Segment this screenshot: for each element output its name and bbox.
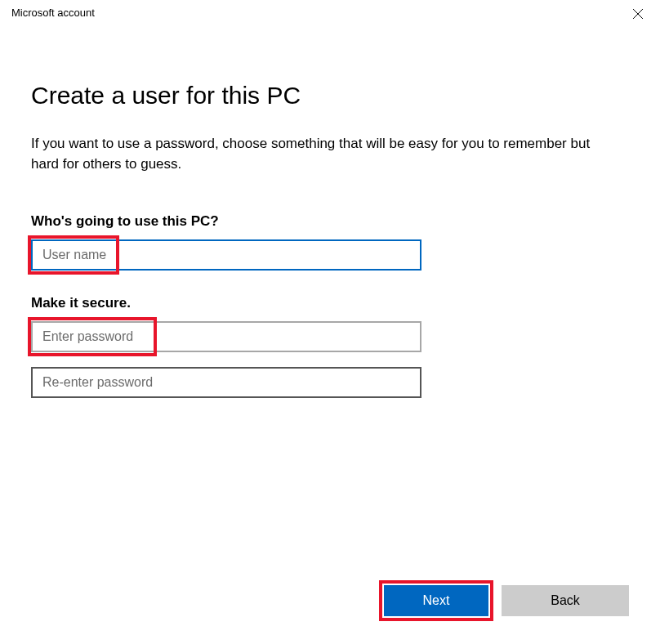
content-area: Create a user for this PC If you want to… [0, 25, 660, 398]
next-button-wrap: Next [384, 585, 488, 616]
repassword-input[interactable] [31, 367, 421, 398]
page-description: If you want to use a password, choose so… [31, 134, 619, 174]
username-field-wrap [31, 239, 421, 271]
repassword-field-wrap [31, 367, 421, 398]
titlebar: Microsoft account [0, 0, 660, 25]
window-title: Microsoft account [11, 7, 95, 19]
button-row: Next Back [384, 585, 629, 616]
password-field-wrap [31, 321, 421, 352]
back-button[interactable]: Back [502, 585, 629, 616]
section-label-user: Who's going to use this PC? [31, 213, 629, 230]
username-input[interactable] [31, 239, 421, 271]
close-button[interactable] [627, 7, 649, 25]
close-icon [632, 8, 644, 22]
next-button[interactable]: Next [384, 585, 488, 616]
password-input[interactable] [31, 321, 421, 352]
page-heading: Create a user for this PC [31, 82, 629, 110]
section-label-secure: Make it secure. [31, 295, 629, 311]
